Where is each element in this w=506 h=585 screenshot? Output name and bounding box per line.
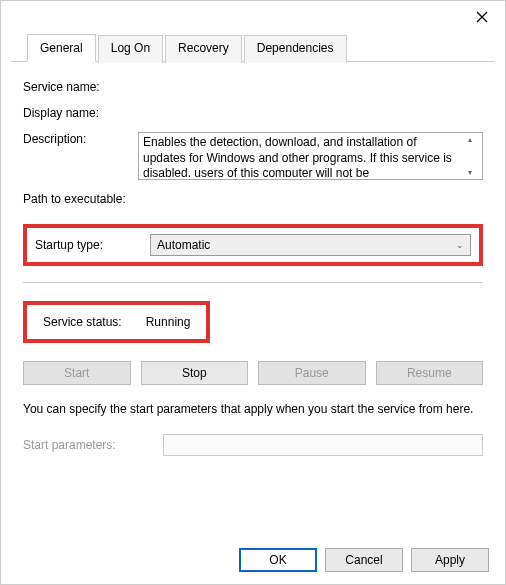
start-button: Start [23, 361, 131, 385]
service-status-highlight: Service status: Running [23, 301, 210, 343]
startup-type-value: Automatic [157, 238, 210, 252]
description-scroll[interactable]: ▴ ▾ [462, 135, 478, 177]
close-icon[interactable] [471, 6, 493, 28]
scroll-up-icon[interactable]: ▴ [468, 135, 472, 144]
divider [23, 282, 483, 283]
path-label: Path to executable: [23, 192, 126, 206]
apply-button[interactable]: Apply [411, 548, 489, 572]
tab-dependencies[interactable]: Dependencies [244, 35, 347, 63]
titlebar [1, 1, 505, 33]
startup-type-select[interactable]: Automatic ⌄ [150, 234, 471, 256]
service-status-label: Service status: [43, 315, 122, 329]
resume-button: Resume [376, 361, 484, 385]
pause-button: Pause [258, 361, 366, 385]
service-status-value: Running [146, 315, 191, 329]
display-name-label: Display name: [23, 106, 138, 120]
startup-type-highlight: Startup type: Automatic ⌄ [23, 224, 483, 266]
dialog-footer: OK Cancel Apply [239, 548, 489, 572]
scroll-down-icon[interactable]: ▾ [468, 168, 472, 177]
tab-general[interactable]: General [27, 34, 96, 62]
description-text: Enables the detection, download, and ins… [143, 135, 462, 177]
general-panel: Service name: Display name: Description:… [1, 62, 505, 466]
chevron-down-icon: ⌄ [456, 240, 464, 250]
start-params-hint: You can specify the start parameters tha… [23, 401, 483, 418]
tab-strip: General Log On Recovery Dependencies [11, 33, 495, 62]
tab-logon[interactable]: Log On [98, 35, 163, 63]
description-label: Description: [23, 132, 138, 146]
startup-type-label: Startup type: [35, 238, 150, 252]
start-parameters-input [163, 434, 483, 456]
service-name-label: Service name: [23, 80, 138, 94]
service-control-buttons: Start Stop Pause Resume [23, 361, 483, 385]
description-box[interactable]: Enables the detection, download, and ins… [138, 132, 483, 180]
tab-recovery[interactable]: Recovery [165, 35, 242, 63]
stop-button[interactable]: Stop [141, 361, 249, 385]
ok-button[interactable]: OK [239, 548, 317, 572]
cancel-button[interactable]: Cancel [325, 548, 403, 572]
start-parameters-label: Start parameters: [23, 438, 163, 452]
